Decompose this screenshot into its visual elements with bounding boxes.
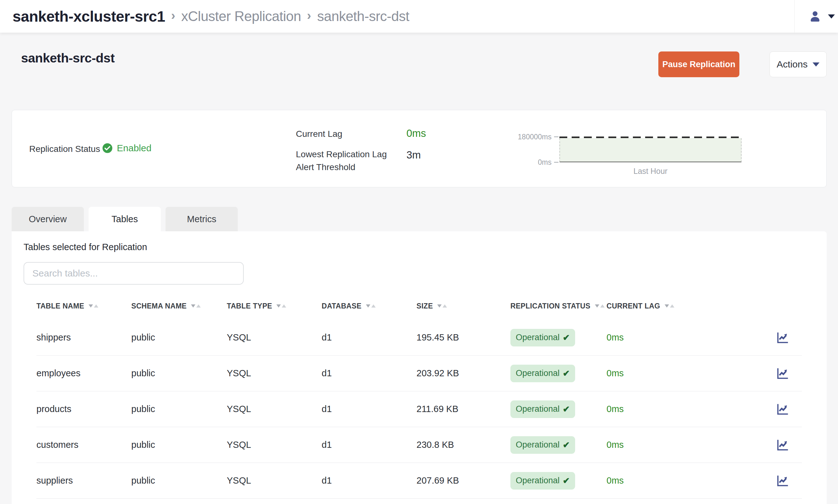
cell-table-name: shippers <box>36 332 131 343</box>
enabled-check-icon <box>102 143 113 154</box>
cell-current-lag: 0ms <box>607 332 720 343</box>
replication-status-label: Replication Status <box>29 144 100 154</box>
sort-icons[interactable] <box>437 304 447 308</box>
status-check-icon: ✔ <box>563 332 570 343</box>
sort-desc-icon[interactable] <box>595 304 599 308</box>
column-header-current-lag[interactable]: CURRENT LAG <box>607 302 720 310</box>
status-badge-label: Operational <box>516 404 560 414</box>
status-check-icon: ✔ <box>563 440 570 450</box>
table-row-suppliers: supplierspublicYSQLd1207.69 KBOperationa… <box>36 463 802 499</box>
column-header-size[interactable]: SIZE <box>417 302 510 310</box>
row-metrics-chart-icon[interactable] <box>776 367 802 380</box>
cell-size: 207.69 KB <box>417 475 510 486</box>
row-metrics-chart-icon[interactable] <box>776 331 802 344</box>
cell-replication-status: Operational✔ <box>510 400 607 418</box>
status-badge-label: Operational <box>516 368 560 378</box>
cell-database: d1 <box>321 475 417 486</box>
sort-desc-icon[interactable] <box>89 304 93 308</box>
tab-tables[interactable]: Tables <box>89 207 161 231</box>
sort-icons[interactable] <box>191 304 201 308</box>
cell-current-lag: 0ms <box>607 404 720 414</box>
breadcrumb-separator: › <box>171 8 175 23</box>
status-badge: Operational✔ <box>510 400 575 418</box>
breadcrumb-universe[interactable]: sanketh-xcluster-src1 <box>13 8 165 25</box>
chart-ymax-label: 180000ms <box>514 133 552 141</box>
column-label: SIZE <box>417 302 433 310</box>
status-check-icon: ✔ <box>563 476 570 486</box>
cell-database: d1 <box>321 368 417 378</box>
replication-tables-table: TABLE NAMESCHEMA NAMETABLE TYPEDATABASES… <box>36 285 802 499</box>
cell-schema-name: public <box>131 332 227 343</box>
tab-overview[interactable]: Overview <box>12 207 84 231</box>
cell-current-lag: 0ms <box>607 440 720 450</box>
actions-button[interactable]: Actions <box>770 52 827 77</box>
sort-asc-icon[interactable] <box>600 304 605 308</box>
sort-asc-icon[interactable] <box>670 304 674 308</box>
user-menu-caret[interactable] <box>828 15 835 19</box>
cell-replication-status: Operational✔ <box>510 365 607 382</box>
tab-metrics[interactable]: Metrics <box>165 207 238 231</box>
user-profile-icon[interactable] <box>808 10 822 23</box>
page-title: sanketh-src-dst <box>21 51 115 66</box>
table-body: shipperspublicYSQLd1195.45 KBOperational… <box>36 320 802 499</box>
column-label: TABLE TYPE <box>227 302 272 310</box>
replication-status-card: Replication Status Enabled Current Lag 0… <box>12 110 827 187</box>
chart-ymin-label: 0ms <box>514 158 552 167</box>
current-lag-value: 0ms <box>406 127 426 139</box>
column-header-database[interactable]: DATABASE <box>321 302 417 310</box>
status-badge: Operational✔ <box>510 472 575 489</box>
cell-schema-name: public <box>131 404 227 414</box>
table-row-customers: customerspublicYSQLd1230.8 KBOperational… <box>36 427 802 463</box>
table-row-products: productspublicYSQLd1211.69 KBOperational… <box>36 391 802 427</box>
status-badge-label: Operational <box>516 332 560 342</box>
row-metrics-chart-icon[interactable] <box>776 474 802 487</box>
sort-icons[interactable] <box>665 304 674 308</box>
status-badge-label: Operational <box>516 476 560 485</box>
breadcrumb-xcluster[interactable]: xCluster Replication <box>181 8 301 24</box>
table-header-row: TABLE NAMESCHEMA NAMETABLE TYPEDATABASES… <box>36 285 802 320</box>
sort-icons[interactable] <box>366 304 376 308</box>
search-tables-input[interactable] <box>23 262 244 285</box>
column-header-table-name[interactable]: TABLE NAME <box>36 302 131 310</box>
status-badge: Operational✔ <box>510 365 575 382</box>
column-header-table-type[interactable]: TABLE TYPE <box>227 302 321 310</box>
cell-schema-name: public <box>131 368 227 378</box>
sort-desc-icon[interactable] <box>366 304 370 308</box>
actions-button-label: Actions <box>777 59 807 70</box>
cell-table-name: customers <box>36 440 131 450</box>
sort-asc-icon[interactable] <box>196 304 201 308</box>
row-metrics-chart-icon[interactable] <box>776 438 802 452</box>
chart-ymin-tick <box>554 162 558 163</box>
breadcrumb-current: sanketh-src-dst <box>317 8 409 24</box>
tables-panel-heading: Tables selected for Replication <box>23 242 815 252</box>
sort-desc-icon[interactable] <box>276 304 281 308</box>
cell-database: d1 <box>321 332 417 343</box>
cell-table-type: YSQL <box>227 475 321 486</box>
status-badge: Operational✔ <box>510 436 575 454</box>
sort-asc-icon[interactable] <box>442 304 447 308</box>
sort-icons[interactable] <box>276 304 286 308</box>
column-label: CURRENT LAG <box>607 302 660 310</box>
lag-threshold-label: Lowest Replication Lag Alert Threshold <box>296 148 387 174</box>
lag-threshold-chart <box>559 138 741 162</box>
sort-desc-icon[interactable] <box>437 304 442 308</box>
column-label: DATABASE <box>321 302 362 310</box>
sort-asc-icon[interactable] <box>94 304 98 308</box>
sort-desc-icon[interactable] <box>191 304 195 308</box>
sort-asc-icon[interactable] <box>371 304 376 308</box>
column-header-replication-status[interactable]: REPLICATION STATUS <box>510 302 607 310</box>
pause-replication-button[interactable]: Pause Replication <box>658 52 739 77</box>
sort-icons[interactable] <box>595 304 605 308</box>
column-header-schema-name[interactable]: SCHEMA NAME <box>131 302 227 310</box>
sort-asc-icon[interactable] <box>282 304 286 308</box>
cell-table-name: products <box>36 404 131 414</box>
sort-desc-icon[interactable] <box>665 304 669 308</box>
cell-replication-status: Operational✔ <box>510 472 607 489</box>
breadcrumb-separator: › <box>307 8 311 23</box>
row-metrics-chart-icon[interactable] <box>776 403 802 416</box>
cell-schema-name: public <box>131 475 227 486</box>
status-check-icon: ✔ <box>563 404 570 414</box>
tables-panel: Tables selected for Replication TABLE NA… <box>12 231 827 504</box>
sort-icons[interactable] <box>89 304 98 308</box>
cell-database: d1 <box>321 404 417 414</box>
